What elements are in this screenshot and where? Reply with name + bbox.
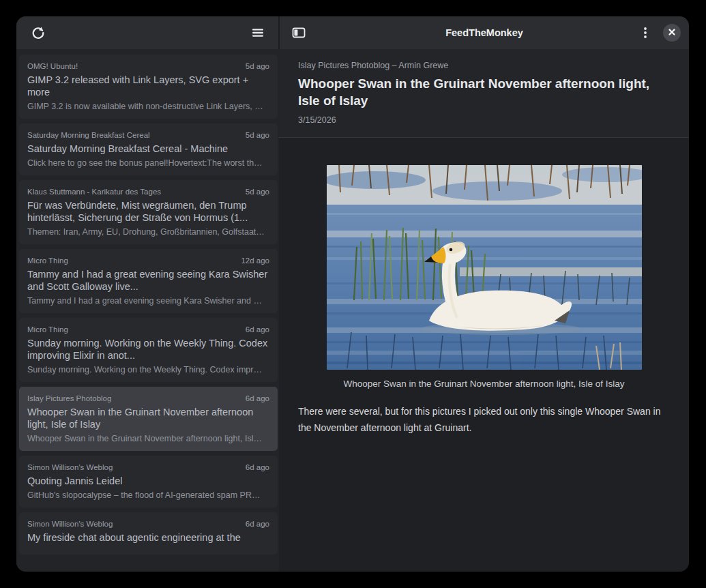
- item-feed-name: Simon Willison's Weblog: [27, 463, 239, 471]
- item-snippet: Whooper Swan in the Gruinart November af…: [27, 434, 269, 443]
- item-snippet: GIMP 3.2 is now available with non-destr…: [27, 102, 269, 111]
- item-title: Saturday Morning Breakfast Cereal - Mach…: [27, 143, 269, 155]
- app-window: FeedTheMonkey: [16, 16, 689, 572]
- toolbar: FeedTheMonkey: [16, 16, 689, 49]
- item-feed-name: Saturday Morning Breakfast Cereal: [27, 131, 239, 139]
- toolbar-main-section: FeedTheMonkey: [280, 16, 689, 49]
- item-title: Sunday morning. Working on the Weekly Th…: [27, 337, 269, 362]
- swan-photo: [327, 165, 642, 370]
- image-caption: Whooper Swan in the Gruinart November af…: [327, 378, 642, 389]
- item-snippet: Themen: Iran, Army, EU, Drohung, Großbri…: [27, 227, 269, 237]
- more-options-button[interactable]: [634, 22, 656, 44]
- list-item-selected[interactable]: Islay Pictures Photoblog 6d ago Whooper …: [19, 387, 278, 451]
- item-timestamp: 6d ago: [246, 463, 269, 471]
- article-pane: Islay Pictures Photoblog – Armin Grewe W…: [279, 49, 689, 572]
- list-item[interactable]: Klaus Stuttmann - Karikatur des Tages 5d…: [19, 180, 278, 244]
- item-meta-row: Micro Thing 6d ago: [27, 325, 269, 334]
- item-title: Quoting Jannis Leidel: [27, 475, 269, 487]
- toolbar-sidebar-section: [16, 16, 278, 49]
- item-meta-row: Micro Thing 12d ago: [27, 256, 269, 265]
- item-timestamp: 6d ago: [246, 325, 269, 334]
- sidebar-toggle-button[interactable]: [288, 22, 310, 44]
- item-title: GIMP 3.2 released with Link Layers, SVG …: [27, 74, 269, 98]
- item-title: Tammy and I had a great evening seeing K…: [27, 268, 269, 293]
- list-item[interactable]: Simon Willison's Weblog 6d ago Quoting J…: [19, 456, 278, 508]
- refresh-button[interactable]: [27, 22, 49, 44]
- article-paragraph: There were several, but for this picture…: [298, 403, 670, 436]
- menu-icon: [251, 26, 265, 40]
- close-icon: [668, 28, 676, 38]
- item-feed-name: Klaus Stuttmann - Karikatur des Tages: [27, 188, 239, 196]
- item-meta-row: Islay Pictures Photoblog 6d ago: [27, 394, 269, 402]
- item-feed-name: OMG! Ubuntu!: [27, 62, 239, 70]
- feed-item-list: OMG! Ubuntu! 5d ago GIMP 3.2 released wi…: [16, 49, 279, 572]
- list-item[interactable]: Simon Willison's Weblog 6d ago My firesi…: [19, 512, 278, 555]
- item-feed-name: Simon Willison's Weblog: [27, 520, 239, 528]
- close-button[interactable]: [663, 24, 681, 42]
- item-timestamp: 6d ago: [246, 520, 269, 528]
- item-feed-name: Micro Thing: [27, 325, 239, 334]
- menu-button[interactable]: [247, 22, 269, 44]
- item-meta-row: OMG! Ubuntu! 5d ago: [27, 62, 269, 70]
- item-timestamp: 6d ago: [246, 394, 269, 402]
- item-timestamp: 5d ago: [246, 188, 269, 196]
- list-item[interactable]: Saturday Morning Breakfast Cereal 5d ago…: [19, 123, 278, 175]
- app-title: FeedTheMonkey: [445, 27, 523, 38]
- article-body: Whooper Swan in the Gruinart November af…: [279, 138, 689, 572]
- list-item[interactable]: Micro Thing 6d ago Sunday morning. Worki…: [19, 318, 278, 382]
- item-meta-row: Klaus Stuttmann - Karikatur des Tages 5d…: [27, 188, 269, 196]
- main-area: OMG! Ubuntu! 5d ago GIMP 3.2 released wi…: [16, 49, 689, 572]
- article-date: 3/15/2026: [298, 115, 670, 126]
- toolbar-right-group: [634, 22, 681, 44]
- item-timestamp: 5d ago: [246, 131, 269, 139]
- item-timestamp: 5d ago: [246, 62, 269, 70]
- item-snippet: Click here to go see the bonus panel!Hov…: [27, 158, 269, 168]
- item-feed-name: Islay Pictures Photoblog: [27, 394, 239, 402]
- item-snippet: Tammy and I had a great evening seeing K…: [27, 296, 269, 306]
- article-figure: Whooper Swan in the Gruinart November af…: [327, 165, 642, 389]
- item-feed-name: Micro Thing: [27, 256, 234, 265]
- refresh-icon: [31, 26, 45, 40]
- item-title: Für was Verbündete, Mist wegräumen, den …: [27, 199, 269, 224]
- item-title: My fireside chat about agentic engineeri…: [27, 531, 269, 544]
- list-item[interactable]: Micro Thing 12d ago Tammy and I had a gr…: [19, 249, 278, 313]
- list-item[interactable]: OMG! Ubuntu! 5d ago GIMP 3.2 released wi…: [19, 55, 278, 119]
- item-meta-row: Saturday Morning Breakfast Cereal 5d ago: [27, 131, 269, 139]
- article-title: Whooper Swan in the Gruinart November af…: [298, 75, 670, 109]
- item-snippet: Sunday morning. Working on the Weekly Th…: [27, 365, 269, 374]
- article-source: Islay Pictures Photoblog – Armin Grewe: [298, 60, 670, 71]
- item-snippet: GitHub's slopocalypse – the flood of AI-…: [27, 490, 269, 500]
- article-header: Islay Pictures Photoblog – Armin Grewe W…: [279, 49, 689, 138]
- kebab-menu-icon: [638, 26, 652, 40]
- item-title: Whooper Swan in the Gruinart November af…: [27, 406, 269, 430]
- item-meta-row: Simon Willison's Weblog 6d ago: [27, 463, 269, 471]
- item-timestamp: 12d ago: [241, 256, 269, 265]
- sidebar-toggle-icon: [292, 26, 306, 40]
- item-meta-row: Simon Willison's Weblog 6d ago: [27, 520, 269, 528]
